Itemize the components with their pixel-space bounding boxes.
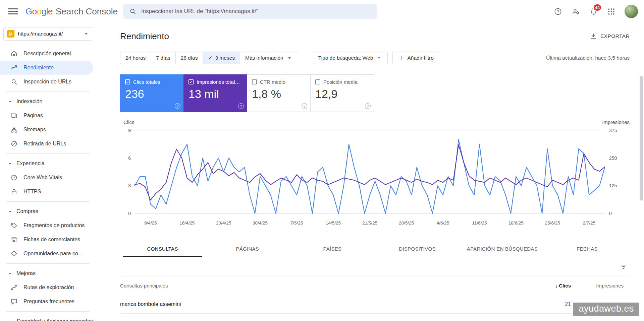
triangle-down-icon bbox=[7, 208, 13, 215]
export-button[interactable]: EXPORTAR bbox=[590, 33, 630, 40]
performance-page: Rendimiento EXPORTAR 24 horas 7 días 28 … bbox=[95, 23, 644, 321]
vertical-scrollbar[interactable] bbox=[640, 76, 643, 201]
svg-text:28/5/25: 28/5/25 bbox=[399, 220, 414, 226]
metric-card-impresiones[interactable]: ✓ Impresiones total… 13 mil ? bbox=[183, 74, 247, 112]
metric-card-clics-totales[interactable]: ✓ Clics totales 236 ? bbox=[120, 74, 184, 112]
sidebar-item-preguntas-frecuentes[interactable]: Preguntas frecuentes bbox=[0, 295, 95, 309]
checkbox-unchecked-icon[interactable]: ✓ bbox=[315, 79, 320, 84]
sidebar-section-compras[interactable]: Compras bbox=[0, 204, 95, 218]
chip-mas-informacion[interactable]: Más información bbox=[240, 52, 298, 64]
chip-3-meses[interactable]: ✓ 3 meses bbox=[203, 52, 240, 64]
checkbox-unchecked-icon[interactable]: ✓ bbox=[252, 79, 257, 84]
sidebar-item-descripcion-general[interactable]: Descripción general bbox=[0, 47, 95, 61]
sidebar-item-fragmentos-productos[interactable]: Fragmentos de productos bbox=[0, 218, 95, 233]
sidebar-item-inspeccion-urls[interactable]: Inspección de URLs bbox=[0, 75, 95, 89]
apps-grid-button[interactable] bbox=[607, 7, 615, 16]
tag-icon bbox=[10, 222, 18, 229]
metric-card-posicion-media[interactable]: ✓ Posición media 12,9 ? bbox=[310, 74, 374, 112]
help-button[interactable]: ? bbox=[553, 7, 562, 16]
sidebar-item-retirada-urls[interactable]: Retirada de URLs bbox=[0, 137, 95, 151]
help-icon[interactable]: ? bbox=[238, 103, 244, 109]
sidebar-item-oportunidades[interactable]: Oportunidades para co... bbox=[0, 247, 95, 261]
url-removal-icon bbox=[10, 140, 18, 147]
page-title: Rendimiento bbox=[120, 31, 169, 42]
help-icon[interactable]: ? bbox=[365, 103, 371, 109]
column-header-clics[interactable]: ↓Clics bbox=[531, 283, 571, 288]
column-header-queries[interactable]: Consultas principales bbox=[120, 283, 531, 288]
sidebar-item-rendimiento[interactable]: Rendimiento bbox=[0, 61, 93, 75]
svg-text:11/6/25: 11/6/25 bbox=[472, 220, 487, 226]
query-cell[interactable]: manca bombole assemini bbox=[120, 301, 531, 307]
svg-text:6: 6 bbox=[128, 155, 131, 161]
chip-28-dias[interactable]: 28 días bbox=[175, 52, 203, 64]
add-filter-chip[interactable]: Añadir filtro bbox=[392, 52, 439, 64]
tab-paises[interactable]: PAÍSES bbox=[290, 241, 375, 257]
sidebar: M https://mancagas.it/ Descripción gener… bbox=[0, 23, 95, 321]
sidebar-item-core-web-vitals[interactable]: Core Web Vitals bbox=[0, 171, 95, 185]
tab-aparicion-busquedas[interactable]: APARICIÓN EN BÚSQUEDAS bbox=[460, 241, 545, 257]
check-icon: ✓ bbox=[208, 55, 212, 61]
plus-icon bbox=[398, 55, 405, 61]
chat-bubble-icon bbox=[10, 298, 18, 305]
search-type-chip[interactable]: Tipo de búsqueda: Web bbox=[313, 52, 388, 64]
line-chart[interactable]: 036901252503759/4/2516/4/2523/4/2530/4/2… bbox=[120, 126, 630, 229]
manage-users-button[interactable] bbox=[571, 7, 580, 16]
sidebar-section-seguridad[interactable]: Seguridad y Acciones manuales bbox=[0, 314, 95, 321]
sidebar-item-sitemaps[interactable]: Sitemaps bbox=[0, 123, 95, 137]
svg-text:30/4/25: 30/4/25 bbox=[253, 220, 268, 226]
property-selector[interactable]: M https://mancagas.it/ bbox=[3, 27, 93, 41]
tab-fechas[interactable]: FECHAS bbox=[545, 241, 630, 257]
url-inspection-searchbar[interactable] bbox=[123, 4, 377, 19]
checkbox-checked-icon[interactable]: ✓ bbox=[125, 79, 130, 84]
svg-text:4/6/25: 4/6/25 bbox=[437, 220, 449, 226]
table-row[interactable]: manca bombole assemini 21 bbox=[120, 295, 630, 314]
chevron-down-icon bbox=[286, 55, 293, 61]
chip-7-dias[interactable]: 7 días bbox=[151, 52, 175, 64]
storefront-icon bbox=[10, 236, 18, 243]
topbar: Google Search Console ? 44 bbox=[0, 0, 644, 23]
app-logo[interactable]: Google Search Console bbox=[25, 6, 118, 17]
sidebar-item-paginas[interactable]: Páginas bbox=[0, 109, 95, 123]
sidebar-section-indexacion[interactable]: Indexación bbox=[0, 94, 95, 109]
sidebar-section-mejoras[interactable]: Mejoras bbox=[0, 266, 95, 280]
sitemap-icon bbox=[10, 126, 18, 133]
google-logo: Google bbox=[25, 6, 53, 17]
tab-paginas[interactable]: PÁGINAS bbox=[205, 241, 290, 257]
tab-dispositivos[interactable]: DISPOSITIVOS bbox=[375, 241, 460, 257]
search-icon bbox=[129, 8, 137, 15]
metric-value: 1,8 % bbox=[252, 87, 306, 101]
svg-text:0: 0 bbox=[609, 211, 612, 216]
sidebar-item-fichas-comerciantes[interactable]: Fichas de comerciantes bbox=[0, 233, 95, 247]
url-inspection-input[interactable] bbox=[141, 8, 371, 15]
table-header: Consultas principales ↓Clics Impresiones bbox=[120, 276, 630, 295]
triangle-down-icon bbox=[7, 98, 13, 105]
help-icon[interactable]: ? bbox=[302, 103, 307, 109]
home-icon bbox=[10, 50, 18, 57]
menu-button[interactable] bbox=[8, 7, 18, 16]
lock-icon bbox=[10, 188, 18, 195]
performance-chart: Clics Impresiones 036901252503759/4/2516… bbox=[120, 119, 630, 229]
download-icon bbox=[590, 33, 597, 40]
sidebar-item-rutas-exploracion[interactable]: Rutas de exploración bbox=[0, 280, 95, 295]
dimension-tabs: CONSULTAS PÁGINAS PAÍSES DISPOSITIVOS AP… bbox=[120, 241, 630, 257]
chevron-down-icon bbox=[83, 30, 90, 37]
sidebar-section-experiencia[interactable]: Experiencia bbox=[0, 156, 95, 171]
chip-24-horas[interactable]: 24 horas bbox=[120, 52, 151, 64]
notifications-button[interactable]: 44 bbox=[589, 7, 598, 16]
filter-list-icon[interactable] bbox=[620, 263, 628, 271]
svg-text:250: 250 bbox=[609, 155, 617, 161]
divider bbox=[6, 153, 89, 154]
help-icon[interactable]: ? bbox=[175, 103, 180, 109]
checkbox-checked-icon[interactable]: ✓ bbox=[189, 79, 194, 84]
sidebar-item-label: Rendimiento bbox=[23, 65, 54, 71]
tab-consultas[interactable]: CONSULTAS bbox=[120, 241, 205, 257]
triangle-down-icon bbox=[7, 318, 13, 321]
table-row[interactable] bbox=[120, 314, 630, 321]
column-header-impressions[interactable]: Impresiones bbox=[571, 283, 624, 288]
pages-icon bbox=[10, 112, 18, 119]
metric-card-ctr-medio[interactable]: ✓ CTR medio 1,8 % ? bbox=[247, 74, 311, 112]
avatar[interactable] bbox=[625, 5, 638, 18]
sidebar-item-https[interactable]: HTTPS bbox=[0, 185, 95, 199]
sidebar-item-label: Descripción general bbox=[23, 51, 71, 57]
property-url: https://mancagas.it/ bbox=[18, 31, 79, 37]
